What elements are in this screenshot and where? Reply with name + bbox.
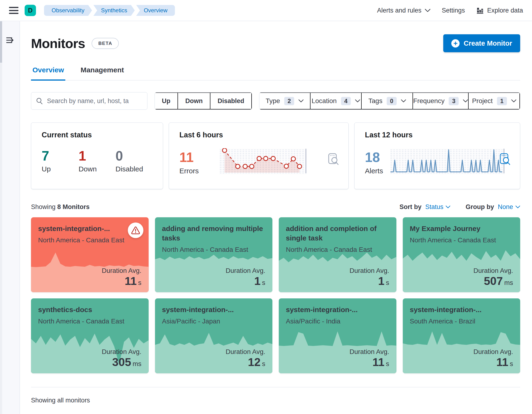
duration-unit: s [386,360,389,368]
menu-right-icon [6,36,15,45]
chevron-down-icon [511,99,516,103]
duration-avg-label: Duration Avg. [102,267,142,275]
search-input[interactable] [47,97,142,105]
page-title: Monitors [31,36,85,51]
up-count: 7 [42,149,79,163]
down-count: 1 [79,149,115,163]
search-icon [36,97,43,105]
bar-chart-icon [476,7,484,14]
tags-count-badge: 0 [387,97,397,105]
expand-sidebar-button[interactable] [6,36,15,46]
monitor-card[interactable]: system-integration-... Asia/Pacific - In… [279,298,396,373]
inspect-errors-button[interactable] [328,153,339,166]
duration-unit: s [262,279,265,286]
sort-by-control: Sort by Status [399,203,451,211]
breadcrumb-overview[interactable]: Overview [136,5,175,16]
duration-value: 305 [112,356,131,368]
monitor-card[interactable]: system-integration-... North America - C… [31,217,149,292]
monitor-card[interactable]: My Example Journey North America - Canad… [403,217,520,292]
monitor-card[interactable]: synthetics-docs North America - Canada E… [31,298,149,373]
breadcrumb-observability[interactable]: Observability [44,5,92,16]
panel-title: Last 12 hours [365,131,510,139]
disabled-count: 0 [115,149,152,163]
monitor-card[interactable]: system-integration-... Asia/Pacific - Ja… [155,298,273,373]
location-count-badge: 4 [341,97,351,105]
down-label: Down [79,165,115,173]
duration-value: 1 [254,275,261,287]
monitor-card[interactable]: adding and removing multiple tasks North… [155,217,273,292]
filter-frequency-dropdown[interactable]: Frequency 3 [413,92,469,110]
duration-unit: ms [133,360,141,368]
monitor-location: North America - Canada East [410,236,513,244]
duration-avg-label: Duration Avg. [226,267,265,275]
duration-value-row: 1s [350,275,389,287]
explore-data-link[interactable]: Explore data [476,7,523,14]
errors-label: Errors [179,167,199,175]
sort-by-value[interactable]: Status [425,203,451,211]
collapsed-left-sidebar [0,21,20,414]
filter-tags-dropdown[interactable]: Tags 0 [361,92,413,110]
plus-circle-icon: + [451,39,460,47]
settings-link[interactable]: Settings [442,7,465,14]
footer-showing-all: Showing all monitors [31,387,520,404]
page-tabs: Overview Management [31,66,520,80]
filter-down-button[interactable]: Down [178,92,210,110]
duration-value-row: 1s [226,275,265,287]
monitor-card[interactable]: addition and completion of single task N… [279,217,396,292]
monitor-grid: system-integration-... North America - C… [31,217,520,373]
attribute-filter-group: Type 2 Location 4 Tags 0 Frequency 3 Pro… [259,92,520,110]
panel-title: Current status [42,131,152,139]
monitor-location: North America - Canada East [162,245,266,254]
breadcrumb: Observability Synthetics Overview [44,5,175,16]
chevron-down-icon [355,99,360,103]
duration-value-row: 11s [473,356,513,368]
group-by-label: Group by [466,203,494,211]
duration-value-row: 305ms [102,356,142,368]
duration-unit: ms [504,279,513,286]
duration-value: 11 [496,356,508,368]
monitor-title: system-integration-... [38,224,142,233]
alerts-label: Alerts [365,167,383,175]
monitor-count: 8 Monitors [57,203,90,211]
duration-unit: s [386,279,389,286]
errors-trend-chart [219,148,307,175]
duration-value: 11 [125,275,137,287]
filter-type-dropdown[interactable]: Type 2 [259,92,311,110]
beta-badge: BETA [92,38,119,49]
menu-hamburger-icon[interactable] [9,7,19,14]
duration-value-row: 11s [350,356,389,368]
monitor-title: system-integration-... [286,305,389,314]
filter-location-dropdown[interactable]: Location 4 [311,92,362,110]
monitor-title: system-integration-... [410,305,513,314]
monitor-location: Asia/Pacific - Japan [162,317,266,326]
last-12-hours-panel: Last 12 hours 18 Alerts [354,122,520,189]
frequency-count-badge: 3 [449,97,459,105]
filter-project-dropdown[interactable]: Project 1 [469,92,520,110]
monitor-card[interactable]: system-integration-... South America - B… [403,298,520,373]
inspect-alerts-button[interactable] [500,153,511,166]
duration-unit: s [262,360,265,368]
scrollbar-thumb[interactable] [0,21,2,63]
duration-value-row: 11s [102,275,142,287]
monitor-location: North America - Canada East [38,317,142,326]
scrollbar-track[interactable] [0,21,2,414]
filter-up-button[interactable]: Up [155,92,178,110]
chevron-down-icon [515,205,520,209]
create-monitor-button[interactable]: + Create Monitor [443,34,520,52]
group-by-value[interactable]: None [498,203,520,211]
filter-disabled-button[interactable]: Disabled [210,92,252,110]
tab-overview[interactable]: Overview [31,66,65,80]
duration-avg-label: Duration Avg. [350,267,389,275]
alerts-count: 18 [365,151,383,164]
breadcrumb-synthetics[interactable]: Synthetics [94,5,135,16]
showing-monitors-text: Showing 8 Monitors [31,203,90,211]
duration-avg-label: Duration Avg. [473,267,513,275]
sort-by-label: Sort by [399,203,421,211]
monitor-location: Asia/Pacific - India [286,317,389,326]
deployment-avatar[interactable]: D [25,5,36,16]
errors-count: 11 [179,151,199,164]
panel-title: Last 6 hours [179,131,338,139]
tab-management[interactable]: Management [79,66,125,80]
alerts-trend-chart [390,148,505,175]
alerts-and-rules-menu[interactable]: Alerts and rules [377,7,430,14]
